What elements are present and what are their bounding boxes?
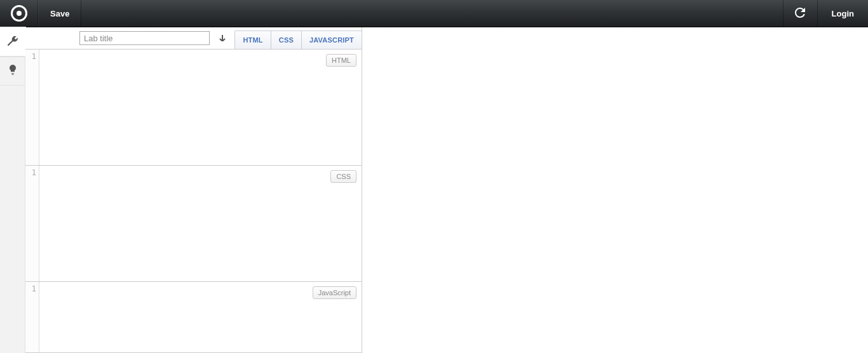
preview-column <box>362 27 868 353</box>
top-header: Save Login <box>0 0 868 27</box>
pane-css: 1 CSS <box>25 166 362 282</box>
tab-javascript[interactable]: JAVASCRIPT <box>301 30 362 50</box>
pane-badge-js[interactable]: JavaScript <box>313 286 356 299</box>
code-area-html[interactable]: HTML <box>39 50 362 165</box>
pane-js: 1 JavaScript <box>25 282 362 353</box>
left-sidebar <box>0 27 25 353</box>
main-area: HTML CSS JAVASCRIPT 1 HTML 1 CSS 1 JavaS… <box>25 27 868 353</box>
tab-css[interactable]: CSS <box>271 30 302 50</box>
pane-badge-html[interactable]: HTML <box>326 54 356 67</box>
lightbulb-icon <box>8 65 18 77</box>
editor-column: HTML CSS JAVASCRIPT 1 HTML 1 CSS 1 JavaS… <box>25 27 362 353</box>
editor-toolbar: HTML CSS JAVASCRIPT <box>25 27 362 50</box>
code-area-css[interactable]: CSS <box>39 166 362 281</box>
login-button[interactable]: Login <box>817 0 868 27</box>
sidebar-item-hints[interactable] <box>0 57 25 86</box>
logo-wrap[interactable] <box>0 0 38 27</box>
arrow-down-icon <box>219 34 226 43</box>
pane-badge-css[interactable]: CSS <box>330 170 356 183</box>
gutter-html: 1 <box>25 50 39 165</box>
expand-button[interactable] <box>215 31 230 45</box>
save-button[interactable]: Save <box>38 0 81 27</box>
lab-title-input[interactable] <box>79 31 210 45</box>
gutter-js: 1 <box>25 282 39 352</box>
code-area-js[interactable]: JavaScript <box>39 282 362 352</box>
refresh-button[interactable] <box>783 0 817 27</box>
pane-html: 1 HTML <box>25 50 362 166</box>
wrench-icon <box>8 36 18 48</box>
language-tabs: HTML CSS JAVASCRIPT <box>234 27 362 50</box>
refresh-icon <box>795 8 805 20</box>
gutter-css: 1 <box>25 166 39 281</box>
sidebar-item-settings[interactable] <box>0 27 25 57</box>
tab-html[interactable]: HTML <box>234 30 271 50</box>
logo-icon <box>11 5 27 22</box>
